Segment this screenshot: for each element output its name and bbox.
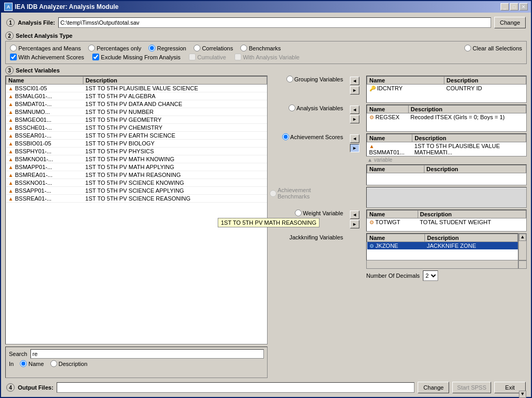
analysis-vars-radio[interactable] <box>289 104 295 111</box>
achievement-vars-group: Achievement Scores ◄ ► NameDescription ▲… <box>270 133 527 185</box>
output-files-input[interactable] <box>57 382 415 393</box>
radio-pct-means-input[interactable] <box>10 45 17 51</box>
weight-desc-th: Description <box>418 211 526 218</box>
list-item[interactable]: ▲ BSMDAT01-...1ST TO 5TH PV DATA AND CHA… <box>6 100 267 108</box>
app-icon: A <box>4 3 13 11</box>
list-item[interactable]: ▲ BSMNUMO...1ST TO 5TH PV NUMBER <box>6 108 267 116</box>
grouping-name-th: Name <box>367 77 444 85</box>
in-label: In <box>9 361 14 367</box>
jackknife-scrollbar-h[interactable] <box>366 260 518 269</box>
radio-row: Percentages and Means Percentages only R… <box>10 45 522 51</box>
grouping-right-arrow[interactable]: ► <box>350 86 359 95</box>
checkbox-exclude-missing-label: Exclude Missing From Analysis <box>101 54 180 60</box>
start-spss-button[interactable]: Start SPSS <box>452 382 491 393</box>
right-panel: Grouping Variables ◄ ► NameDescription 🔑… <box>270 76 527 378</box>
list-item[interactable]: ▲ BSMGEO01...1ST TO 5TH PV GEOMETRY <box>6 116 267 124</box>
analysis-vars-group: Analysis Variables ◄ ► NameDescription ⚙… <box>270 104 527 132</box>
jackknife-scroll-h-row <box>366 260 527 269</box>
radio-pct-only-input[interactable] <box>88 45 95 51</box>
benchmarks-radio <box>270 190 276 197</box>
analysis-table-container: NameDescription ⚙ REGSEXRecoded ITSEX (G… <box>366 104 527 132</box>
grouping-left-arrow[interactable]: ◄ <box>350 77 359 85</box>
radio-pct-means: Percentages and Means <box>10 45 81 51</box>
list-item[interactable]: ▲ BSSPHY01-...1ST TO 5TH PV PHYSICS <box>6 148 267 155</box>
weight-vars-radio[interactable] <box>295 210 302 216</box>
achievement-label-area: Achievement Scores <box>270 133 343 140</box>
analysis-file-input[interactable]: C:\temp\Timss\Output\total.sav <box>58 17 491 28</box>
list-item[interactable]: ▲ BSMALG01-...1ST TO 5TH PV ALGEBRA <box>6 92 267 100</box>
num-decimals-select[interactable]: 1 2 3 4 <box>423 270 438 281</box>
step1-number: 1 <box>6 18 15 27</box>
scroll-up-btn[interactable]: ▲ <box>519 234 526 241</box>
achievement-table-container: NameDescription ▲ BSMMAT01...1ST TO 5TH … <box>366 133 527 156</box>
radio-benchmarks-label: Benchmarks <box>249 45 281 51</box>
output-change-button[interactable]: Change <box>418 382 449 393</box>
search-name-radio-input[interactable] <box>20 360 27 367</box>
radio-clear-input[interactable] <box>464 45 471 51</box>
list-item[interactable]: ▲ BSSBIO01-051ST TO 5TH PV BIOLOGY <box>6 140 267 148</box>
radio-benchmarks-input[interactable] <box>240 45 247 51</box>
weight-right-arrow[interactable]: ► <box>350 220 359 228</box>
list-item[interactable]: ▲ BSMREA01-...1ST TO 5TH PV MATH REASONI… <box>6 171 267 179</box>
analysis-left-arrow[interactable]: ◄ <box>350 106 359 114</box>
weight-table: NameDescription ⚙ TOTWGTTOTAL STUDENT WE… <box>367 210 526 226</box>
radio-regression-input[interactable] <box>148 45 155 51</box>
radio-correlations-input[interactable] <box>194 45 200 51</box>
list-item[interactable]: ⚙ JKZONEJACKKNIFE ZONE <box>367 242 518 250</box>
bottom-bar: 4 Output Files: Change Start SPSS Exit <box>3 380 529 395</box>
achievement-left-arrow[interactable]: ◄ <box>350 134 359 143</box>
grouping-tbody: 🔑 IDCNTRYCOUNTRY ID <box>367 85 526 92</box>
vars-table-desc-header: Description <box>83 77 267 85</box>
analysis-label-area: Analysis Variables <box>270 104 343 111</box>
grouping-vars-group: Grouping Variables ◄ ► NameDescription 🔑… <box>270 76 527 103</box>
list-item[interactable]: ▲ BSSAPP01-...1ST TO 5TH PV SCIENCE APPL… <box>6 187 267 195</box>
grouping-arrow-col: ◄ ► <box>345 76 364 95</box>
analysis-tbody: ⚙ REGSEXRecoded ITSEX (Girls = 0; Boys =… <box>367 113 526 121</box>
weight-left-arrow[interactable]: ◄ <box>350 211 359 219</box>
radio-correlations: Correlations <box>194 45 233 51</box>
benchmarks-arrow-col <box>345 187 364 188</box>
list-item[interactable]: ▲ BSSCI01-051ST TO 5TH PLAUSIBLE VALUE S… <box>6 85 267 92</box>
left-panel: Name Description ▲ BSSCI01-051ST TO 5TH … <box>5 76 268 378</box>
grouping-table: NameDescription 🔑 IDCNTRYCOUNTRY ID <box>367 76 526 92</box>
checkbox-with-analysis-var: With Analysis Variable <box>235 54 300 60</box>
analysis-label: Analysis Variables <box>296 105 343 111</box>
checkbox-with-scores-input[interactable] <box>10 54 17 60</box>
list-item[interactable]: 🔑 IDCNTRYCOUNTRY ID <box>367 85 526 92</box>
analysis-type-label: Select Analysis Type <box>16 33 72 39</box>
dependent-table: NameDescription <box>367 165 526 173</box>
analysis-file-change-button[interactable]: Change <box>494 17 526 28</box>
variables-table: Name Description ▲ BSSCI01-051ST TO 5TH … <box>6 76 267 203</box>
list-item[interactable]: ⚙ TOTWGTTOTAL STUDENT WEIGHT <box>367 218 526 226</box>
analysis-right-arrow[interactable]: ► <box>350 115 359 123</box>
list-item[interactable]: ▲ BSSKNО01-...1ST TO 5TH PV SCIENCE KNOW… <box>6 179 267 187</box>
list-item[interactable]: ▲ BSSREA01-...1ST TO 5TH PV SCIENCE REAS… <box>6 195 267 203</box>
jackknife-scrollbar-v[interactable]: ▲ ▼ <box>518 233 527 260</box>
minimize-button[interactable]: _ <box>501 3 509 11</box>
search-input[interactable] <box>30 349 264 359</box>
list-item[interactable]: ▲ BSSEAR01-...1ST TO 5TH PV EARTH SCIENC… <box>6 132 267 140</box>
radio-pct-means-label: Percentages and Means <box>18 45 81 51</box>
checkbox-exclude-missing-input[interactable] <box>92 54 99 60</box>
analysis-table: NameDescription ⚙ REGSEXRecoded ITSEX (G… <box>367 105 526 121</box>
jackknife-right: NameDescription ⚙ JKZONEJACKKNIFE ZONE ▲… <box>366 233 527 281</box>
list-item[interactable]: ▲ BSMKNO01-...1ST TO 5TH PV MATH KNOWING <box>6 155 267 163</box>
achievement-vars-radio[interactable] <box>282 133 289 140</box>
achievement-right-arrow[interactable]: ► <box>350 144 359 152</box>
jackknife-group: Jackknifing Variables NameDescription ⚙ … <box>270 233 527 281</box>
checkbox-with-analysis-var-label: With Analysis Variable <box>243 54 300 60</box>
search-desc-radio-input[interactable] <box>50 360 57 367</box>
close-button[interactable]: ✕ <box>519 3 528 11</box>
weight-arrow-col: ◄ ► <box>345 210 364 228</box>
checkbox-exclude-missing: Exclude Missing From Analysis <box>92 54 180 60</box>
list-item[interactable]: ▲ BSMMAT01...1ST TO 5TH PLAUSIBLE VALUE … <box>367 142 526 156</box>
list-item[interactable]: ⚙ REGSEXRecoded ITSEX (Girls = 0; Boys =… <box>367 113 526 121</box>
list-item[interactable]: ▲ BSMAPP01-...1ST TO 5TH PV MATH APPLYIN… <box>6 163 267 171</box>
titlebar: A IEA IDB Analyzer: Analysis Module _ □ … <box>1 1 531 13</box>
analysis-file-row: 1 Analysis File: C:\temp\Timss\Output\to… <box>3 15 529 29</box>
grouping-vars-radio[interactable] <box>286 76 293 82</box>
weight-label: Weight Variable <box>303 210 343 216</box>
variables-list-container[interactable]: Name Description ▲ BSSCI01-051ST TO 5TH … <box>5 76 268 344</box>
list-item[interactable]: ▲ BSSCHE01-...1ST TO 5TH PV CHEMISTRY <box>6 124 267 132</box>
maximize-button[interactable]: □ <box>510 3 518 11</box>
